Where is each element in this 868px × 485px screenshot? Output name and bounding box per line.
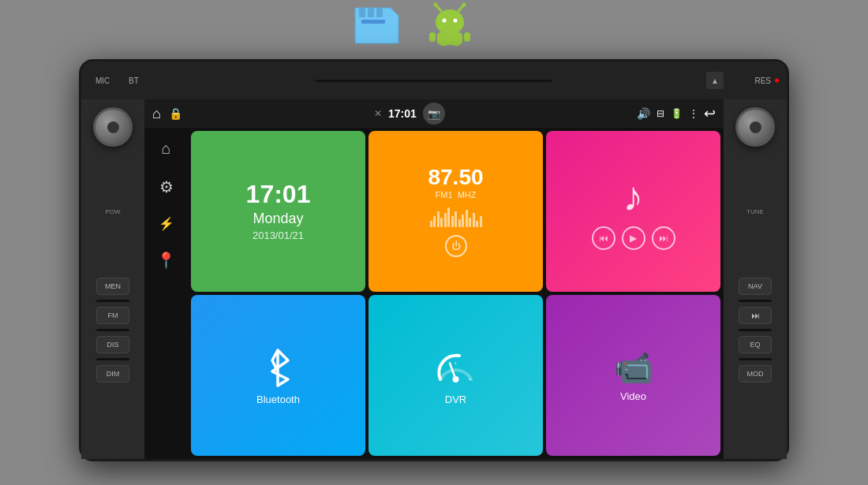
- scene: MIC BT ▲ RES POW MEN FM DIS: [0, 0, 868, 485]
- dvr-tile[interactable]: DVR: [369, 295, 543, 456]
- tune-knob[interactable]: [735, 107, 775, 147]
- music-controls: ⏮ ▶ ⏭: [592, 226, 675, 250]
- sidebar-settings-icon[interactable]: ⚙: [159, 177, 174, 196]
- svg-point-5: [436, 9, 464, 35]
- svg-rect-2: [368, 8, 374, 17]
- battery-icon: 🔋: [671, 108, 683, 119]
- clock-date: 2013/01/21: [253, 229, 304, 241]
- knob-inner: [107, 121, 119, 133]
- tune-knob-inner: [750, 121, 761, 133]
- wave-bar: [476, 221, 478, 227]
- prev-button[interactable]: ⏮: [592, 226, 615, 250]
- app-grid: 17:01 Monday 2013/01/21 87.50 FM1 MHZ: [188, 128, 724, 459]
- right-panel: TUNE NAV ⏭ EQ MOD X: [724, 99, 787, 459]
- svg-line-8: [458, 6, 463, 11]
- right-buttons: NAV ⏭ EQ MOD: [739, 278, 772, 382]
- left-panel: POW MEN FM DIS DIM X: [81, 99, 144, 459]
- wave-bar: [444, 213, 447, 227]
- left-buttons: MEN FM DIS DIM: [96, 278, 129, 382]
- svg-point-9: [462, 3, 466, 7]
- screen: ⌂ 🔒 ✕ 17:01 📷 🔊 ⊟ 🔋 ⋮ ↩: [144, 99, 724, 459]
- wave-bar: [469, 218, 471, 227]
- device-middle: POW MEN FM DIS DIM X ⌂ 🔒: [81, 99, 787, 459]
- svg-rect-3: [376, 8, 383, 17]
- play-button[interactable]: ▶: [622, 226, 645, 250]
- window-icon: ⊟: [657, 108, 664, 119]
- back-icon[interactable]: ↩: [704, 105, 716, 122]
- sidebar-equalizer-icon[interactable]: ⚡: [159, 216, 174, 231]
- r-divider-1: [739, 300, 772, 302]
- tune-label: TUNE: [746, 208, 764, 215]
- wave-bar: [451, 216, 454, 227]
- app-area: ⌂ ⚙ ⚡ 📍 17:01 Monday 2013/01/21: [144, 128, 724, 459]
- lock-icon: 🔒: [169, 107, 182, 120]
- eject-button[interactable]: ▲: [706, 72, 724, 89]
- status-bar: ⌂ 🔒 ✕ 17:01 📷 🔊 ⊟ 🔋 ⋮ ↩: [144, 99, 724, 128]
- video-tile[interactable]: 📹 Video: [546, 295, 720, 456]
- men-button[interactable]: MEN: [96, 278, 129, 295]
- more-icon[interactable]: ⋮: [689, 108, 698, 119]
- camera-button[interactable]: 📷: [423, 103, 445, 125]
- radio-waveform: [369, 203, 543, 227]
- radio-band-text: FM1: [436, 190, 453, 200]
- pow-label: POW: [105, 208, 120, 215]
- radio-tile[interactable]: 87.50 FM1 MHZ: [369, 131, 543, 292]
- cd-slot: [316, 80, 552, 82]
- app-sidebar: ⌂ ⚙ ⚡ 📍: [144, 128, 188, 459]
- pow-knob[interactable]: [93, 107, 133, 147]
- svg-rect-4: [361, 20, 385, 24]
- status-left: ⌂ 🔒: [152, 106, 182, 122]
- status-center: ✕ 17:01 📷: [374, 103, 445, 125]
- status-right: 🔊 ⊟ 🔋 ⋮ ↩: [637, 105, 716, 122]
- device-top-bar: MIC BT ▲ RES: [81, 62, 787, 99]
- bluetooth-label: Bluetooth: [256, 394, 300, 405]
- video-camera-icon: 📹: [614, 349, 653, 386]
- wave-bar: [466, 210, 468, 227]
- svg-point-11: [454, 19, 458, 23]
- fm-button[interactable]: FM: [96, 307, 129, 324]
- clock-day: Monday: [253, 211, 303, 227]
- next-button[interactable]: ⏭: [652, 226, 675, 250]
- r-divider-3: [739, 358, 772, 360]
- res-label: RES: [754, 76, 771, 85]
- clock-time: 17:01: [246, 181, 311, 207]
- car-head-unit: MIC BT ▲ RES POW MEN FM DIS: [79, 59, 789, 461]
- video-label: Video: [620, 390, 646, 402]
- wave-bar: [480, 216, 482, 227]
- dis-button[interactable]: DIS: [96, 336, 129, 353]
- dim-button[interactable]: DIM: [96, 365, 129, 382]
- radio-power-btn[interactable]: ⏻: [445, 235, 467, 257]
- sidebar-home-icon[interactable]: ⌂: [161, 140, 170, 158]
- eq-button[interactable]: EQ: [739, 336, 772, 353]
- skip-fwd-button[interactable]: ⏭: [739, 307, 772, 324]
- wave-bar: [430, 221, 432, 227]
- wave-bar: [462, 215, 464, 227]
- svg-rect-12: [437, 32, 462, 45]
- bluetooth-tile[interactable]: Bluetooth: [191, 295, 365, 456]
- divider-2: [96, 329, 129, 331]
- status-time: 17:01: [388, 107, 417, 120]
- nav-button[interactable]: NAV: [739, 278, 772, 295]
- divider-3: [96, 358, 129, 360]
- bluetooth-icon: [260, 346, 296, 390]
- svg-point-7: [434, 3, 438, 7]
- radio-frequency: 87.50: [428, 166, 483, 188]
- no-signal-icon: ✕: [374, 108, 382, 119]
- radio-unit-text: MHZ: [458, 190, 477, 200]
- sidebar-location-icon[interactable]: 📍: [156, 251, 176, 270]
- wave-bar: [433, 216, 436, 227]
- dvr-gauge-icon: [434, 346, 477, 390]
- wave-bar: [440, 218, 443, 227]
- svg-rect-15: [440, 43, 447, 46]
- mic-label: MIC: [95, 76, 110, 85]
- home-icon[interactable]: ⌂: [152, 106, 161, 122]
- r-divider-2: [739, 329, 772, 331]
- mod-button[interactable]: MOD: [739, 365, 772, 382]
- svg-rect-14: [464, 32, 470, 42]
- svg-rect-16: [453, 43, 459, 46]
- clock-tile[interactable]: 17:01 Monday 2013/01/21: [191, 131, 365, 292]
- android-icon: [426, 2, 473, 49]
- svg-rect-1: [359, 8, 365, 17]
- wave-bar: [447, 207, 450, 227]
- music-tile[interactable]: ♪ ⏮ ▶ ⏭: [546, 131, 720, 292]
